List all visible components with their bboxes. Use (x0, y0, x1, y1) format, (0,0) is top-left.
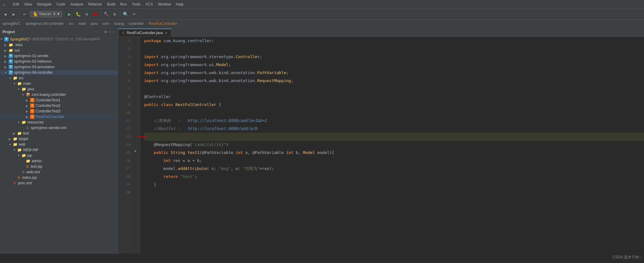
breadcrumb-kuang[interactable]: kuang (114, 22, 124, 26)
editor-area[interactable]: 1 2 3 4 5 6 7 8 9 10 11 12 13 14 15 16 1 (118, 37, 644, 254)
tree-item-annotation[interactable]: ▶ M springmvc-03-annotation (0, 64, 118, 70)
line-num-17: 17 (121, 165, 130, 173)
code-line-1: package com.kuang.controller; (144, 37, 644, 45)
tree-item-test[interactable]: ▶ 📁 test (0, 131, 118, 136)
menu-view[interactable]: View (24, 2, 32, 6)
breadcrumb-main[interactable]: main (78, 22, 86, 26)
breadcrumb-controller2[interactable]: controller (129, 22, 144, 26)
tree-item-webinf[interactable]: ▼ 📁 WEB-INF (0, 147, 118, 153)
tree-item-idea[interactable]: ▶ 📁 .idea (0, 42, 118, 48)
sidebar-more-icon[interactable]: ⋯ (112, 30, 116, 34)
tree-item-target[interactable]: ▶ 📁 target (0, 136, 118, 142)
tree-item-controllertest2[interactable]: ▶ C ControllerTest2 (0, 103, 118, 108)
tab-close-icon[interactable]: ✕ (165, 31, 168, 35)
code-container: 1 2 3 4 5 6 7 8 9 10 11 12 13 14 15 16 1 (118, 37, 644, 254)
code-line-9: public class RestFulController { (144, 101, 644, 109)
tree-item-hellomvc[interactable]: ▶ M springmvc-02-hellomvc (0, 59, 118, 64)
forward-icon[interactable]: ▶ (10, 11, 17, 18)
tree-item-controllertest1[interactable]: ▶ C ControllerTest1 (0, 97, 118, 103)
tree-item-testjsp[interactable]: 🗎 test.jsp (0, 164, 118, 169)
tree-item-web[interactable]: ▼ 📁 web (0, 142, 118, 147)
tree-item-springmvc-servlet[interactable]: 🗎 springmvc-servlet.xml (0, 125, 118, 131)
tree-item-pomxml[interactable]: 🗎 pom.xml (0, 180, 118, 186)
tree-item-package[interactable]: ▼ 📦 com.kuang.controller (0, 92, 118, 97)
line-num-13: 13 (121, 133, 130, 141)
sidebar-expand-icon[interactable]: + (109, 30, 111, 34)
settings-icon[interactable]: ⚙ (111, 11, 118, 18)
menu-build[interactable]: Build (107, 2, 115, 6)
tree-item-main[interactable]: ▼ 📁 main (0, 81, 118, 86)
line-num-14: 14 (121, 141, 130, 149)
breadcrumb-src[interactable]: src (69, 22, 73, 26)
code-line-11: //原来的 : http://localhost:8080/add?a=1&b=… (144, 117, 644, 125)
undo-icon[interactable]: ↩ (21, 11, 28, 18)
line-num-2: 2 (121, 45, 130, 53)
editor-wrapper: C RestFulController.java ✕ 1 2 3 4 5 6 7… (118, 28, 644, 254)
tree-item-admin[interactable]: 📁 admin (0, 158, 118, 164)
tree-item-servlet[interactable]: ▶ M springmvc-01-servlet (0, 53, 118, 59)
sidebar-header: Project ⚙ + ⋯ (0, 28, 118, 36)
run-with-coverage-icon[interactable]: ⚙ (83, 11, 90, 18)
menu-edit[interactable]: Edit (13, 2, 19, 6)
back-icon[interactable]: ◀ (2, 11, 9, 18)
gutter-run-15[interactable]: ▶ (135, 149, 137, 153)
breadcrumb-controller[interactable]: springmvc-04-controller (26, 22, 64, 26)
tree-item-controllertest3[interactable]: ▶ C ControllerTest3 (0, 108, 118, 114)
tree-item-resources[interactable]: ▼ 📁 resources (0, 120, 118, 125)
menu-tools[interactable]: Tools (132, 2, 140, 6)
tree-item-webxml[interactable]: 🗎 web.xml (0, 169, 118, 175)
menu-vcs[interactable]: VCS (145, 2, 153, 6)
breadcrumb-java[interactable]: java (91, 22, 98, 26)
stop-icon[interactable]: ■ (92, 11, 99, 18)
sidebar-title: Project (2, 30, 15, 34)
line-num-10: 10 (121, 109, 130, 117)
menu-refactor[interactable]: Refactor (88, 2, 102, 6)
menu-window[interactable]: Window (158, 2, 171, 6)
breadcrumb: springMVC › springmvc-04-controller › sr… (0, 20, 644, 28)
code-line-8: @Controller (144, 93, 644, 101)
code-lines[interactable]: package com.kuang.controller; import org… (141, 37, 644, 254)
run-icon[interactable]: ▶ (66, 11, 73, 18)
code-line-4: import org.springframework.ui.Model; (144, 61, 644, 69)
tree-item-controller-module[interactable]: ▼ M springmvc-04-controller (0, 70, 118, 75)
code-line-6: import org.springframework.web.bind.anno… (144, 77, 644, 85)
tree-item-springmvc[interactable]: ▼ M SpringMVC F:\班级管理\西开【19525】\2._代码\Sp… (0, 36, 118, 42)
line-num-4: 4 (121, 61, 130, 69)
line-num-1: 1 (121, 37, 130, 45)
menu-run[interactable]: Run (120, 2, 127, 6)
code-line-7 (144, 85, 644, 93)
breadcrumb-springmvc[interactable]: springMVC (2, 22, 21, 26)
tree-item-out[interactable]: ▶ 📁 out (0, 48, 118, 53)
code-line-5: import org.springframework.web.bind.anno… (144, 69, 644, 77)
code-line-13 (144, 133, 644, 141)
tree-item-jsp-folder[interactable]: ▼ 📁 jsp (0, 153, 118, 158)
breadcrumb-com[interactable]: com (102, 22, 109, 26)
code-line-14: @RequestMapping("/add/{a}/{b}") (144, 141, 644, 149)
breadcrumb-restful[interactable]: RestFulController (148, 22, 177, 26)
code-line-17: model.addAttribute( s: "msg", o: "结果为"+r… (144, 165, 644, 173)
tomcat-selector[interactable]: 🐈 Tomcat 9 ▼ (30, 11, 62, 18)
menu-navigate[interactable]: Navigate (37, 2, 51, 6)
menu-analyze[interactable]: Analyze (70, 2, 83, 6)
line-num-16: 16 (121, 157, 130, 165)
search-icon[interactable]: 🔍 (122, 11, 129, 18)
code-line-10 (144, 109, 644, 117)
sidebar-icons: ⚙ + ⋯ (104, 30, 116, 34)
main-layout: Project ⚙ + ⋯ ▼ M SpringMVC F:\班级管理\西开【1… (0, 28, 644, 254)
terminal-icon[interactable]: ⌨ (131, 11, 137, 18)
tab-restfulcontroller[interactable]: C RestFulController.java ✕ (118, 29, 172, 37)
tree-item-java[interactable]: ▼ 📁 java (0, 86, 118, 92)
menu-code[interactable]: Code (57, 2, 65, 6)
build-icon[interactable]: 🔨 (103, 11, 109, 18)
line-numbers: 1 2 3 4 5 6 7 8 9 10 11 12 13 14 15 16 1 (118, 37, 134, 254)
menu-help[interactable]: Help (176, 2, 184, 6)
code-line-15: public String test1(@PathVariable int a,… (144, 149, 644, 157)
sidebar-settings-icon[interactable]: ⚙ (104, 30, 107, 34)
code-line-3: import org.springframework.stereotype.Co… (144, 53, 644, 61)
tree-item-indexjsp[interactable]: 🗎 index.jsp (0, 175, 118, 180)
tree-item-src[interactable]: ▼ 📁 src (0, 75, 118, 81)
tree-item-restfulcontroller[interactable]: ▶ C RestFulController (0, 114, 118, 120)
line-num-12: 12 (121, 125, 130, 133)
tabs-bar: C RestFulController.java ✕ (118, 28, 644, 37)
debug-icon[interactable]: 🐛 (75, 11, 81, 18)
